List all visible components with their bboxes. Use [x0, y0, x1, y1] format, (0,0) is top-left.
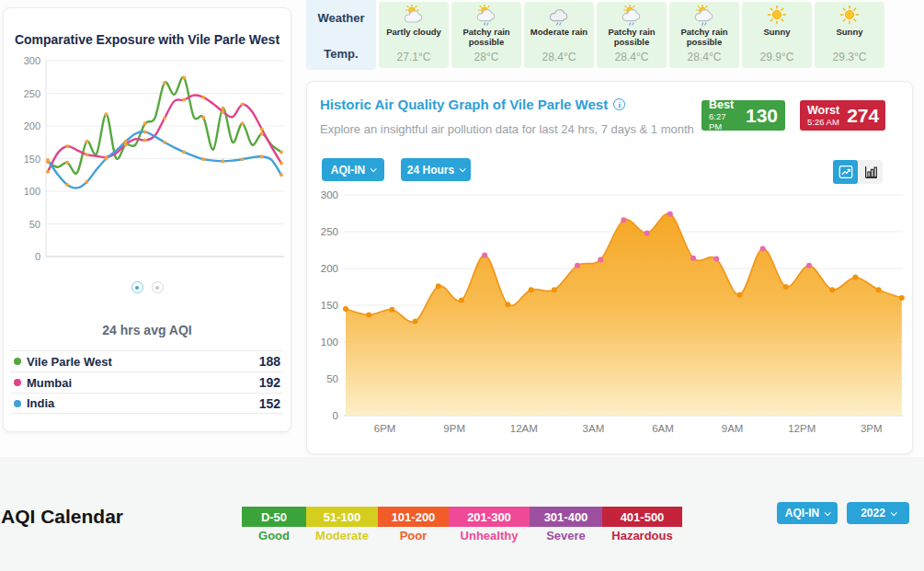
- svg-text:12AM: 12AM: [510, 423, 538, 434]
- chevron-down-icon: [371, 166, 377, 172]
- aqi-calendar-heading: AQI Calendar: [1, 506, 123, 528]
- historic-title-text: Historic Air Quality Graph of Vile Parle…: [320, 97, 608, 112]
- svg-text:6AM: 6AM: [652, 423, 674, 434]
- weather-tile: Sunny 29.9°C: [742, 2, 812, 68]
- scale-segment-good: D-50: [242, 507, 306, 527]
- scale-segment-hazardous: 401-500: [602, 507, 682, 527]
- chevron-down-icon: [825, 509, 831, 516]
- legend-value: 152: [259, 396, 280, 411]
- svg-text:3AM: 3AM: [583, 423, 605, 434]
- best-label: Best: [709, 99, 738, 111]
- svg-text:200: 200: [321, 263, 338, 274]
- weather-temp: 28.4°C: [615, 51, 649, 63]
- line-chart-toggle-button[interactable]: [833, 160, 858, 184]
- scale-segment-poor: 101-200: [378, 507, 449, 527]
- legend-dot-green: [14, 358, 21, 365]
- scale-label-hazardous: Hazardous: [602, 529, 682, 542]
- comparative-card-title: Comparative Exposure with Vile Parle Wes…: [4, 32, 291, 47]
- best-time: 6:27 PM: [709, 111, 738, 131]
- weather-condition: Partly cloudy: [386, 28, 441, 48]
- sun-cloud-rain-icon: [474, 4, 498, 28]
- info-icon[interactable]: i: [613, 98, 625, 110]
- legend-row-mumbai: Mumbai 192: [11, 371, 283, 393]
- line-chart-icon: [838, 164, 854, 180]
- svg-text:100: 100: [321, 337, 338, 348]
- legend-name: Vile Parle West: [27, 355, 259, 369]
- svg-text:12PM: 12PM: [788, 423, 816, 434]
- dropdown-label: 24 Hours: [407, 164, 454, 177]
- svg-text:250: 250: [24, 88, 40, 99]
- scale-label-poor: Poor: [378, 529, 449, 542]
- bar-chart-toggle-button[interactable]: [858, 160, 883, 184]
- weather-temp: 29.3°C: [833, 51, 867, 63]
- svg-text:300: 300: [321, 189, 338, 200]
- scale-label-unhealthy: Unhealthy: [449, 529, 530, 542]
- aqi-scale-labels: Good Moderate Poor Unhealthy Severe Haza…: [242, 529, 682, 542]
- worst-aqi-badge: Worst 5:26 AM 274: [800, 100, 885, 131]
- chart-type-toggle: [833, 160, 883, 184]
- carousel-dot-inactive[interactable]: [152, 281, 164, 293]
- svg-text:150: 150: [24, 154, 40, 165]
- avg-aqi-label: 24 hrs avg AQI: [4, 323, 291, 337]
- scale-segment-unhealthy: 201-300: [449, 507, 530, 527]
- svg-text:9AM: 9AM: [722, 423, 744, 434]
- worst-time: 5:26 AM: [807, 117, 839, 127]
- svg-text:50: 50: [326, 373, 338, 384]
- weather-temp: 29.9°C: [760, 51, 794, 63]
- aqi-dashboard: Comparative Exposure with Vile Parle Wes…: [0, 0, 924, 571]
- comparative-line-chart: 300250200150100500: [11, 48, 287, 276]
- legend-value: 188: [259, 354, 280, 369]
- sun-icon: [838, 4, 861, 28]
- svg-text:9PM: 9PM: [443, 423, 465, 434]
- dropdown-label: 2022: [861, 507, 885, 520]
- scale-segment-moderate: 51-100: [306, 507, 378, 527]
- svg-text:3PM: 3PM: [861, 423, 883, 434]
- weather-tile: Patchy rain possible 28.4°C: [669, 2, 739, 68]
- weather-tile: Patchy rain possible 28°C: [451, 2, 521, 68]
- weather-temp: 27.1°C: [397, 51, 431, 63]
- dropdown-label: AQI-IN: [331, 164, 365, 177]
- weather-forecast-strip: Weather Temp. Partly cloudy 27.1°C: [306, 0, 924, 70]
- weather-condition: Patchy rain possible: [597, 28, 667, 48]
- legend-row-vile-parle-west: Vile Parle West 188: [11, 350, 283, 371]
- svg-text:6PM: 6PM: [374, 423, 396, 434]
- svg-text:0: 0: [35, 251, 40, 262]
- worst-value: 274: [847, 105, 879, 127]
- sun-cloud-icon: [402, 4, 426, 28]
- legend-dot-blue: [14, 400, 21, 407]
- best-aqi-badge: Best 6:27 PM 130: [702, 100, 785, 131]
- weather-label: Weather: [306, 11, 376, 25]
- time-range-dropdown[interactable]: 24 Hours: [401, 158, 471, 181]
- aqi-standard-dropdown[interactable]: AQI-IN: [322, 158, 384, 181]
- scale-label-moderate: Moderate: [306, 529, 378, 542]
- sun-cloud-rain-icon: [620, 4, 644, 28]
- historic-area-chart: 3002502001501005006PM9PM12AM3AM6AM9AM12P…: [320, 184, 908, 446]
- weather-condition: Patchy rain possible: [451, 28, 521, 48]
- aqi-calendar-section: AQI Calendar D-50 51-100 101-200 201-300…: [0, 457, 924, 571]
- weather-condition: Patchy rain possible: [669, 28, 739, 48]
- weather-row-labels: Weather Temp.: [306, 0, 376, 70]
- historic-subtitle: Explore an insightful air pollution data…: [320, 122, 694, 136]
- weather-tile: Sunny 29.3°C: [815, 2, 884, 68]
- comparative-exposure-card: Comparative Exposure with Vile Parle Wes…: [3, 7, 291, 432]
- legend-row-india: India 152: [11, 393, 283, 414]
- calendar-aqi-standard-dropdown[interactable]: AQI-IN: [777, 502, 838, 524]
- weather-condition: Moderate rain: [530, 28, 587, 48]
- historic-title: Historic Air Quality Graph of Vile Parle…: [320, 97, 625, 112]
- scale-label-good: Good: [242, 529, 306, 542]
- weather-tile: Patchy rain possible 28.4°C: [597, 2, 667, 68]
- temp-label: Temp.: [306, 47, 376, 61]
- calendar-year-dropdown[interactable]: 2022: [847, 502, 909, 524]
- carousel-dot-active[interactable]: [131, 281, 143, 293]
- svg-text:150: 150: [321, 300, 338, 311]
- sun-cloud-rain-icon: [692, 4, 716, 28]
- cloud-rain-icon: [547, 4, 571, 28]
- weather-temp: 28°C: [474, 51, 499, 63]
- svg-text:50: 50: [29, 219, 40, 230]
- weather-tile: Partly cloudy 27.1°C: [379, 2, 449, 68]
- svg-text:200: 200: [24, 120, 40, 131]
- legend-name: Mumbai: [27, 376, 259, 390]
- legend-value: 192: [259, 375, 280, 390]
- weather-temp: 28.4°C: [542, 51, 576, 63]
- carousel-dots: [4, 281, 291, 293]
